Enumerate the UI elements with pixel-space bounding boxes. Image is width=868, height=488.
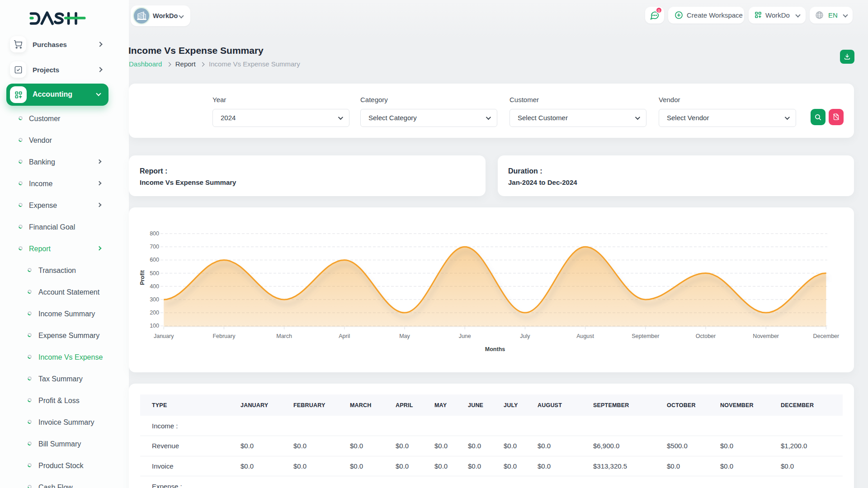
svg-text:July: July [520, 333, 530, 339]
svg-text:200: 200 [150, 310, 159, 316]
svg-text:500: 500 [150, 270, 159, 277]
svg-text:June: June [459, 333, 471, 339]
svg-text:April: April [339, 333, 350, 339]
svg-text:May: May [399, 333, 410, 339]
svg-text:300: 300 [150, 296, 159, 303]
svg-text:Profit: Profit [139, 270, 146, 285]
svg-text:700: 700 [150, 244, 159, 250]
svg-text:Months: Months [485, 346, 505, 352]
svg-text:100: 100 [150, 323, 159, 329]
svg-text:400: 400 [150, 283, 159, 290]
svg-text:January: January [154, 333, 174, 339]
svg-text:February: February [212, 333, 236, 339]
svg-text:March: March [276, 333, 292, 339]
svg-text:September: September [632, 333, 659, 339]
svg-text:November: November [753, 333, 779, 339]
svg-text:800: 800 [150, 230, 159, 237]
svg-text:October: October [696, 333, 716, 339]
svg-text:600: 600 [150, 257, 159, 263]
svg-text:August: August [576, 333, 594, 339]
svg-text:December: December [813, 333, 840, 339]
